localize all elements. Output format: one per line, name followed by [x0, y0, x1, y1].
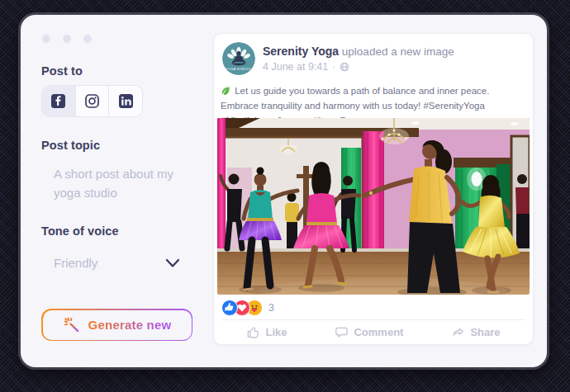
- tone-value: Friendly: [54, 254, 97, 273]
- author-name[interactable]: Serenity Yoga: [263, 45, 339, 58]
- window-dot: [83, 35, 92, 43]
- post-action-text: uploaded a new image: [342, 45, 454, 58]
- leaf-emoji-icon: [221, 86, 230, 96]
- tone-of-voice-label: Tone of voice: [41, 224, 119, 238]
- like-reaction-icon: [221, 300, 238, 316]
- generate-new-label: Generate new: [88, 318, 172, 332]
- linkedin-icon: [118, 93, 134, 109]
- reaction-count: 3: [268, 302, 274, 314]
- comment-label: Comment: [354, 326, 403, 338]
- share-label: Share: [470, 326, 500, 338]
- window-dot: [63, 35, 71, 43]
- post-timestamp: 4 June at 9:41: [263, 61, 328, 73]
- post-topic-label: Post topic: [41, 139, 100, 152]
- thumbs-up-icon: [246, 325, 260, 339]
- facebook-icon: [50, 93, 66, 109]
- post-actions: Like Comment Share: [214, 320, 533, 343]
- like-button[interactable]: Like: [241, 324, 292, 340]
- generate-new-button[interactable]: Generate new: [41, 309, 192, 341]
- chevron-down-icon: [165, 258, 180, 268]
- facebook-button[interactable]: [42, 86, 75, 116]
- post-header: YOGA SCHOOL Serenity Yoga uploaded a new…: [222, 42, 525, 75]
- share-button[interactable]: Share: [446, 324, 505, 340]
- magic-wand-icon: [63, 316, 81, 334]
- comment-bubble-icon: [335, 325, 349, 339]
- window-dot: [42, 35, 50, 43]
- window-dots: [42, 35, 92, 43]
- share-arrow-icon: [451, 325, 465, 339]
- dance-studio-illustration: [217, 118, 530, 295]
- comment-button[interactable]: Comment: [330, 324, 408, 340]
- yoga-school-logo-icon: YOGA SCHOOL: [222, 42, 255, 75]
- avatar-text: YOGA SCHOOL: [226, 68, 252, 71]
- linkedin-button[interactable]: [108, 86, 142, 116]
- instagram-icon: [84, 93, 100, 109]
- instagram-button[interactable]: [75, 86, 109, 116]
- globe-public-icon: [340, 62, 349, 72]
- post-topic-input[interactable]: A short post about my yoga studio: [54, 165, 190, 202]
- reactions-summary[interactable]: 3: [221, 300, 274, 316]
- app-window: Post to Post topic A short post abo: [21, 15, 547, 367]
- tone-dropdown[interactable]: Friendly: [54, 254, 180, 273]
- like-label: Like: [265, 326, 287, 338]
- dot-separator: ·: [332, 61, 335, 73]
- post-to-label: Post to: [41, 64, 83, 78]
- network-selector: [41, 85, 143, 117]
- avatar[interactable]: YOGA SCHOOL: [222, 42, 255, 75]
- post-preview-card: YOGA SCHOOL Serenity Yoga uploaded a new…: [213, 33, 534, 345]
- post-photo: [217, 118, 530, 295]
